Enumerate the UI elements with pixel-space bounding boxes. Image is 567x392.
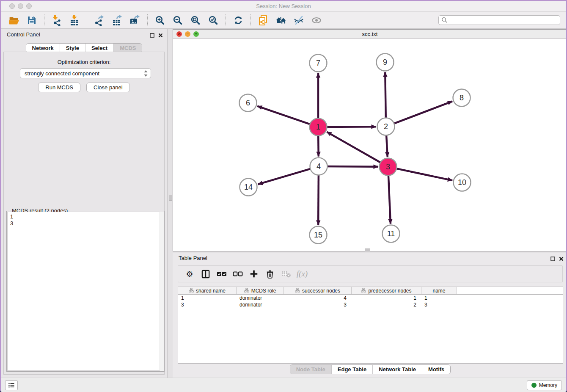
refresh-icon[interactable] [232, 14, 245, 27]
zoom-window-button[interactable] [26, 3, 32, 9]
eye-slash-icon[interactable] [292, 14, 305, 27]
delete-column-icon[interactable] [264, 268, 276, 280]
close-table-panel-icon[interactable] [559, 255, 564, 263]
export-network-icon[interactable] [93, 14, 106, 27]
export-table-icon[interactable] [111, 14, 124, 27]
table-cell[interactable]: 4 [284, 295, 352, 301]
home-icon[interactable] [275, 14, 287, 27]
criterion-select[interactable]: strongly connected component [20, 68, 151, 78]
graph-node-6[interactable]: 6 [239, 94, 257, 112]
search-icon [441, 17, 448, 25]
gear-icon[interactable]: ⚙ [183, 268, 196, 280]
table-cell[interactable]: 1 [421, 295, 457, 301]
network-window: ✕ − + scc.txt 7968124314101511 [173, 29, 567, 251]
graph-node-10[interactable]: 10 [454, 174, 471, 191]
tab-style[interactable]: Style [60, 44, 85, 52]
graph-node-2[interactable]: 2 [377, 118, 395, 135]
graph-node-7[interactable]: 7 [310, 55, 327, 72]
graph-edge-4-14[interactable] [258, 167, 318, 185]
save-icon[interactable] [25, 14, 38, 27]
float-panel-icon[interactable] [150, 32, 154, 39]
table-tab-motifs[interactable]: Motifs [422, 365, 450, 374]
graph-edge-3-11[interactable] [388, 168, 391, 224]
eye-icon[interactable] [310, 14, 323, 27]
control-panel: Control Panel NetworkStyleSelectMCDS Opt… [1, 29, 168, 378]
graph-edge-1-6[interactable] [257, 106, 317, 127]
task-history-button[interactable] [5, 380, 18, 390]
graph-edge-4-3[interactable] [319, 166, 378, 167]
svg-text:6: 6 [246, 99, 250, 107]
graph-edge-4-15[interactable] [318, 167, 319, 225]
graph-node-11[interactable]: 11 [383, 225, 400, 243]
graph-edge-1-2[interactable] [319, 127, 376, 127]
search-input[interactable] [438, 15, 560, 25]
open-folder-icon[interactable] [8, 14, 20, 27]
toolbar-separator [87, 14, 87, 26]
close-panel-icon[interactable] [158, 32, 163, 39]
table-cell[interactable]: 3 [284, 301, 352, 308]
network-maximize-icon[interactable]: + [193, 31, 199, 37]
table-row[interactable]: 1dominator411 [178, 295, 563, 301]
network-minimize-icon[interactable]: − [185, 31, 190, 37]
graph-node-15[interactable]: 15 [310, 226, 327, 244]
graph-node-8[interactable]: 8 [453, 89, 471, 107]
float-table-panel-icon[interactable] [550, 255, 555, 263]
export-image-icon[interactable] [129, 14, 141, 27]
table-cell[interactable]: 3 [421, 301, 457, 308]
tab-network[interactable]: Network [26, 44, 60, 52]
close-panel-button[interactable]: Close panel [86, 83, 130, 92]
table-cell[interactable]: 1 [352, 295, 421, 301]
table-cell[interactable]: 1 [178, 295, 237, 301]
import-table-icon[interactable] [68, 14, 81, 27]
mcds-tab-content: Optimization criterion: strongly connect… [3, 52, 165, 375]
close-window-button[interactable] [9, 3, 15, 9]
import-network-icon[interactable] [50, 14, 63, 27]
new-network-icon[interactable] [257, 14, 270, 27]
zoom-selected-icon[interactable] [207, 14, 220, 27]
horizontal-splitter-handle[interactable] [365, 248, 370, 251]
table-tab-edge-table[interactable]: Edge Table [331, 365, 372, 374]
zoom-in-icon[interactable] [154, 14, 166, 27]
zoom-fit-icon[interactable] [189, 14, 202, 27]
column-header-shared-name[interactable]: shared name [178, 287, 237, 294]
column-header-predecessor-nodes[interactable]: predecessor nodes [352, 287, 421, 294]
zoom-out-icon[interactable] [171, 14, 184, 27]
graph-node-4[interactable]: 4 [310, 158, 328, 175]
list-icon [7, 381, 16, 389]
column-header-MCDS-role[interactable]: MCDS role [237, 287, 284, 294]
table-row[interactable]: 3dominator323 [178, 301, 563, 308]
window-title: Session: New Session [1, 1, 566, 12]
select-all-checks-icon[interactable] [215, 268, 228, 280]
node-table: shared nameMCDS rolesuccessor nodesprede… [178, 287, 563, 364]
table-cell[interactable]: dominator [237, 301, 284, 308]
graph-node-9[interactable]: 9 [377, 54, 394, 71]
split-columns-icon[interactable] [199, 268, 212, 280]
memory-button[interactable]: Memory [527, 380, 562, 390]
graph-edge-3-1[interactable] [327, 132, 387, 166]
table-cell[interactable]: 2 [352, 301, 421, 308]
run-mcds-button[interactable]: Run MCDS [38, 83, 80, 92]
graph-edge-3-10[interactable] [389, 167, 452, 180]
deselect-all-checks-icon[interactable] [231, 268, 244, 280]
network-close-icon[interactable]: ✕ [176, 31, 182, 37]
column-header-name[interactable]: name [421, 287, 457, 294]
graph-node-1[interactable]: 1 [310, 119, 327, 136]
table-cell[interactable]: dominator [237, 295, 284, 301]
window-titlebar[interactable]: Session: New Session [1, 1, 566, 12]
graph-node-14[interactable]: 14 [240, 179, 257, 196]
mcds-result-text[interactable]: 1 3 [7, 212, 164, 371]
tab-mcds[interactable]: MCDS [113, 44, 142, 52]
tab-select[interactable]: Select [85, 44, 113, 52]
table-tab-node-table[interactable]: Node Table [290, 365, 331, 374]
network-window-titlebar[interactable]: ✕ − + scc.txt [173, 30, 567, 39]
minimize-window-button[interactable] [18, 3, 23, 9]
result-scrollbar[interactable] [160, 212, 164, 371]
graph-edge-2-8[interactable] [387, 101, 452, 126]
column-header-successor-nodes[interactable]: successor nodes [284, 287, 352, 294]
table-cell[interactable]: 3 [178, 301, 237, 308]
add-column-icon[interactable] [248, 268, 260, 280]
graph-node-3[interactable]: 3 [380, 158, 397, 176]
vertical-splitter-handle[interactable] [169, 195, 172, 201]
network-canvas[interactable]: 7968124314101511 [173, 39, 567, 251]
table-tab-network-table[interactable]: Network Table [372, 365, 422, 374]
